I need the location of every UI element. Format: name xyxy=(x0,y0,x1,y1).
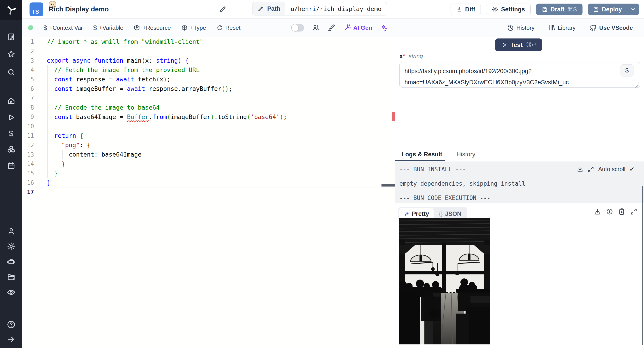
play-icon xyxy=(501,42,507,48)
gear-icon xyxy=(7,242,16,250)
code-line[interactable]: content: base64Image xyxy=(47,150,287,159)
sidebar-item-workspace[interactable] xyxy=(0,32,22,42)
sidebar-item-favorites[interactable] xyxy=(0,49,22,59)
line-number: 7 xyxy=(22,94,34,103)
code-line[interactable]: export async function main(x: string) { xyxy=(47,56,287,65)
sidebar-item-folders[interactable] xyxy=(0,272,22,282)
line-number: 17 xyxy=(22,188,34,197)
line-number: 15 xyxy=(22,169,34,178)
code-line[interactable] xyxy=(47,46,287,56)
sidebar-item-audit-logs[interactable] xyxy=(0,288,22,297)
view-pretty-label: Pretty xyxy=(412,210,429,218)
auto-scroll-label[interactable]: Auto scroll xyxy=(598,166,625,173)
code-line[interactable]: } xyxy=(47,169,287,178)
code-line[interactable] xyxy=(47,188,287,197)
path-editor[interactable]: Path u/henri/rich_display_demo xyxy=(252,2,387,16)
sidebar-item-variables[interactable]: $ xyxy=(0,128,22,138)
diff-button[interactable]: Diff xyxy=(450,4,481,15)
add-variable-button[interactable]: $ +Variable xyxy=(93,24,124,32)
sidebar-item-expand[interactable] xyxy=(0,334,22,344)
sidebar-item-schedules[interactable] xyxy=(0,161,22,171)
code-line[interactable]: // import * as wmill from "windmill-clie… xyxy=(47,37,287,46)
code-line[interactable] xyxy=(47,94,287,103)
deploy-options-button[interactable] xyxy=(627,4,639,15)
diff-mode-toggle[interactable] xyxy=(291,24,304,32)
tab-history[interactable]: History xyxy=(456,151,476,158)
argument-name: x xyxy=(399,53,403,60)
settings-button-label: Settings xyxy=(501,6,525,13)
code-line[interactable]: // Encode the image to base64 xyxy=(47,103,287,112)
use-vscode-button[interactable]: Use VScode xyxy=(590,24,633,32)
sidebar-item-users[interactable] xyxy=(0,226,22,236)
sidebar-item-help[interactable] xyxy=(0,320,22,330)
sidebar-item-workers[interactable] xyxy=(0,257,22,267)
info-icon[interactable] xyxy=(606,208,613,215)
tab-logs-result[interactable]: Logs & Result xyxy=(402,151,442,158)
argument-value-input[interactable]: https://fastly.picsum.photos/id/192/200/… xyxy=(399,62,640,88)
code-line[interactable]: } xyxy=(47,159,287,169)
view-json-label: JSON xyxy=(445,210,462,218)
panel-scrollbar[interactable] xyxy=(642,186,643,345)
download-result-icon[interactable] xyxy=(594,208,601,215)
add-type-label: +Type xyxy=(190,24,206,31)
code-line[interactable]: const response = await fetch(x); xyxy=(47,75,287,84)
library-button[interactable]: Library xyxy=(548,24,575,31)
reset-button[interactable]: Reset xyxy=(216,24,240,31)
test-button[interactable]: Test ⌘↵ xyxy=(495,38,542,51)
edit-summary-button[interactable] xyxy=(218,5,227,14)
sidebar-item-home[interactable] xyxy=(0,96,22,106)
sidebar-item-settings[interactable] xyxy=(0,241,22,251)
eye-icon xyxy=(7,288,16,297)
run-preview-panel: Test ⌘↵ x* string https://fastly.picsum.… xyxy=(395,37,644,348)
add-type-button[interactable]: +Type xyxy=(181,24,206,31)
textarea-resize-handle[interactable] xyxy=(635,82,638,86)
code-line[interactable]: const base64Image = Buffer.from(imageBuf… xyxy=(47,112,287,122)
editor-right-divider xyxy=(389,37,389,348)
draft-button[interactable]: Draft ⌘S xyxy=(536,4,582,15)
code-line[interactable] xyxy=(47,122,287,131)
auto-scroll-check-icon[interactable]: ✓ xyxy=(630,166,634,173)
collaboration-button[interactable] xyxy=(312,24,320,32)
typescript-language-badge[interactable]: TS xyxy=(30,2,44,16)
code-editor[interactable]: 1234567891011121314151617 // import * as… xyxy=(22,37,395,348)
history-button[interactable]: History xyxy=(507,24,534,31)
path-left-segment: Path xyxy=(252,2,285,15)
ai-gen-label: AI Gen xyxy=(353,24,372,31)
expand-logs-icon[interactable] xyxy=(588,166,594,173)
code-line[interactable]: const imageBuffer = await response.array… xyxy=(47,84,287,94)
home-icon xyxy=(7,96,16,105)
code-line[interactable]: } xyxy=(47,178,287,188)
code-line[interactable]: "png": { xyxy=(47,140,287,150)
log-line: --- BUN INSTALL --- xyxy=(399,166,466,173)
diff-button-label: Diff xyxy=(465,6,475,13)
code-line[interactable]: return { xyxy=(47,131,287,140)
test-shortcut: ⌘↵ xyxy=(526,42,537,48)
sidebar-item-search[interactable] xyxy=(0,67,22,77)
format-button[interactable] xyxy=(328,24,336,32)
expand-result-icon[interactable] xyxy=(630,208,637,215)
copy-json-icon[interactable] xyxy=(618,208,625,215)
logs-output[interactable]: --- BUN INSTALL --- empty dependencies, … xyxy=(395,162,644,203)
page-title: Rich Display demo xyxy=(49,5,109,13)
robot-icon xyxy=(7,258,16,266)
pencil-icon xyxy=(218,5,227,14)
add-resource-button[interactable]: +Resource xyxy=(134,24,170,31)
settings-button[interactable]: Settings xyxy=(486,4,531,15)
deploy-button-label: Deploy xyxy=(602,6,622,13)
insert-variable-button[interactable]: $ xyxy=(620,64,634,76)
sidebar-item-resources[interactable] xyxy=(0,144,22,154)
header-actions: Diff Settings Draft ⌘S Deploy xyxy=(450,4,639,15)
windmill-logo[interactable] xyxy=(0,0,22,20)
sidebar-item-runs[interactable] xyxy=(0,112,22,122)
horizontal-scrollbar[interactable] xyxy=(382,184,395,186)
result-image-preview[interactable] xyxy=(399,218,490,344)
download-logs-icon[interactable] xyxy=(577,166,584,173)
code-lines[interactable]: // import * as wmill from "windmill-clie… xyxy=(47,37,287,197)
ai-sparkles-button[interactable] xyxy=(380,24,388,32)
log-line: empty dependencies, skipping install xyxy=(399,180,526,187)
add-context-var-button[interactable]: $ +Context Var xyxy=(44,24,83,32)
editor-toolbar: $ +Context Var $ +Variable +Resource +Ty… xyxy=(22,18,644,37)
code-line[interactable]: // Fetch the image from the provided URL xyxy=(47,65,287,75)
deploy-button[interactable]: Deploy xyxy=(588,4,627,15)
ai-gen-button[interactable]: AI Gen xyxy=(344,24,372,32)
